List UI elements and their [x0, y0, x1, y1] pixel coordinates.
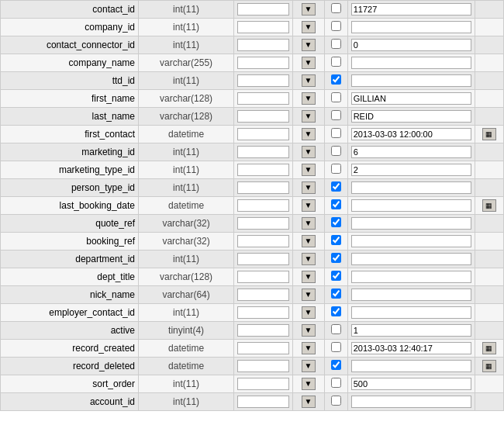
row-checkbox[interactable]: [331, 146, 341, 156]
field-text-input[interactable]: [237, 181, 288, 194]
field-text-input[interactable]: [237, 39, 288, 51]
row-checkbox[interactable]: [331, 217, 341, 227]
field-text-input[interactable]: [237, 217, 288, 230]
value-input[interactable]: [351, 181, 471, 194]
checkbox-cell: [324, 304, 347, 322]
value-input[interactable]: [351, 342, 471, 354]
datepicker-button[interactable]: ▦: [482, 128, 496, 140]
value-input[interactable]: [351, 324, 471, 337]
dropdown-button[interactable]: ▼: [302, 253, 316, 265]
row-checkbox[interactable]: [331, 342, 341, 352]
row-checkbox[interactable]: [331, 181, 341, 192]
dropdown-button[interactable]: ▼: [302, 39, 316, 51]
row-checkbox[interactable]: [331, 253, 341, 263]
field-text-input[interactable]: [237, 3, 288, 16]
dropdown-button[interactable]: ▼: [302, 235, 316, 247]
row-checkbox[interactable]: [331, 128, 341, 138]
row-checkbox[interactable]: [331, 378, 341, 388]
dropdown-button[interactable]: ▼: [302, 21, 316, 33]
value-input[interactable]: [351, 110, 471, 123]
value-input[interactable]: [351, 217, 471, 230]
field-text-input[interactable]: [237, 396, 288, 408]
value-input[interactable]: [351, 360, 471, 372]
value-input[interactable]: [351, 235, 471, 247]
row-checkbox[interactable]: [331, 21, 341, 31]
dropdown-button[interactable]: ▼: [302, 378, 316, 390]
value-input[interactable]: [351, 128, 471, 140]
field-text-input[interactable]: [237, 74, 288, 87]
row-checkbox[interactable]: [331, 289, 341, 299]
dropdown-button[interactable]: ▼: [302, 360, 316, 372]
row-checkbox[interactable]: [331, 74, 341, 85]
row-checkbox[interactable]: [331, 324, 341, 334]
value-input[interactable]: [351, 3, 471, 16]
row-checkbox[interactable]: [331, 3, 341, 13]
field-text-input[interactable]: [237, 360, 288, 372]
value-input[interactable]: [351, 57, 471, 69]
dropdown-button[interactable]: ▼: [302, 92, 316, 105]
row-checkbox[interactable]: [331, 199, 341, 209]
value-input[interactable]: [351, 396, 471, 408]
datepicker-button[interactable]: ▦: [482, 199, 496, 212]
value-input[interactable]: [351, 21, 471, 33]
field-text-input[interactable]: [237, 164, 288, 176]
field-text-input[interactable]: [237, 57, 288, 69]
field-text-input[interactable]: [237, 235, 288, 247]
dropdown-button[interactable]: ▼: [302, 3, 316, 16]
value-input[interactable]: [351, 253, 471, 265]
datepicker-button[interactable]: ▦: [482, 360, 496, 372]
value-input[interactable]: [351, 92, 471, 105]
dropdown-button[interactable]: ▼: [302, 289, 316, 301]
dropdown-button[interactable]: ▼: [302, 306, 316, 319]
field-text-input[interactable]: [237, 289, 288, 301]
dropdown-button[interactable]: ▼: [302, 271, 316, 283]
datepicker-button[interactable]: ▦: [482, 342, 496, 354]
dropdown-button[interactable]: ▼: [302, 181, 316, 194]
value-input[interactable]: [351, 378, 471, 390]
field-text-input[interactable]: [237, 146, 288, 158]
dropdown-button[interactable]: ▼: [302, 324, 316, 337]
field-name: company_name: [1, 54, 139, 72]
field-text-input[interactable]: [237, 128, 288, 140]
row-checkbox[interactable]: [331, 110, 341, 120]
dropdown-button[interactable]: ▼: [302, 57, 316, 69]
row-checkbox[interactable]: [331, 164, 341, 174]
dropdown-button[interactable]: ▼: [302, 217, 316, 230]
field-text-input[interactable]: [237, 199, 288, 212]
dropdown-button[interactable]: ▼: [302, 199, 316, 212]
value-input[interactable]: [351, 306, 471, 319]
field-text-input[interactable]: [237, 92, 288, 105]
row-checkbox[interactable]: [331, 360, 341, 370]
value-input[interactable]: [351, 74, 471, 87]
row-checkbox[interactable]: [331, 92, 341, 102]
value-input[interactable]: [351, 271, 471, 283]
row-checkbox[interactable]: [331, 235, 341, 245]
field-text-input[interactable]: [237, 342, 288, 354]
field-text-input[interactable]: [237, 271, 288, 283]
field-text-input[interactable]: [237, 378, 288, 390]
field-text-input[interactable]: [237, 253, 288, 265]
dropdown-button[interactable]: ▼: [302, 164, 316, 176]
field-text-input[interactable]: [237, 110, 288, 123]
row-checkbox[interactable]: [331, 306, 341, 316]
row-checkbox[interactable]: [331, 271, 341, 281]
value-input[interactable]: [351, 199, 471, 212]
dropdown-button[interactable]: ▼: [302, 110, 316, 123]
row-checkbox[interactable]: [331, 57, 341, 67]
checkbox-cell: [324, 393, 347, 411]
value-input[interactable]: [351, 39, 471, 51]
field-text-input[interactable]: [237, 324, 288, 337]
value-input[interactable]: [351, 289, 471, 301]
field-text-input[interactable]: [237, 21, 288, 33]
checkbox-cell: [324, 19, 347, 36]
row-checkbox[interactable]: [331, 396, 341, 406]
field-text-input[interactable]: [237, 306, 288, 319]
dropdown-button[interactable]: ▼: [302, 146, 316, 158]
row-checkbox[interactable]: [331, 39, 341, 49]
dropdown-button[interactable]: ▼: [302, 128, 316, 140]
dropdown-button[interactable]: ▼: [302, 396, 316, 408]
value-input[interactable]: [351, 164, 471, 176]
dropdown-button[interactable]: ▼: [302, 74, 316, 87]
value-input[interactable]: [351, 146, 471, 158]
dropdown-button[interactable]: ▼: [302, 342, 316, 354]
